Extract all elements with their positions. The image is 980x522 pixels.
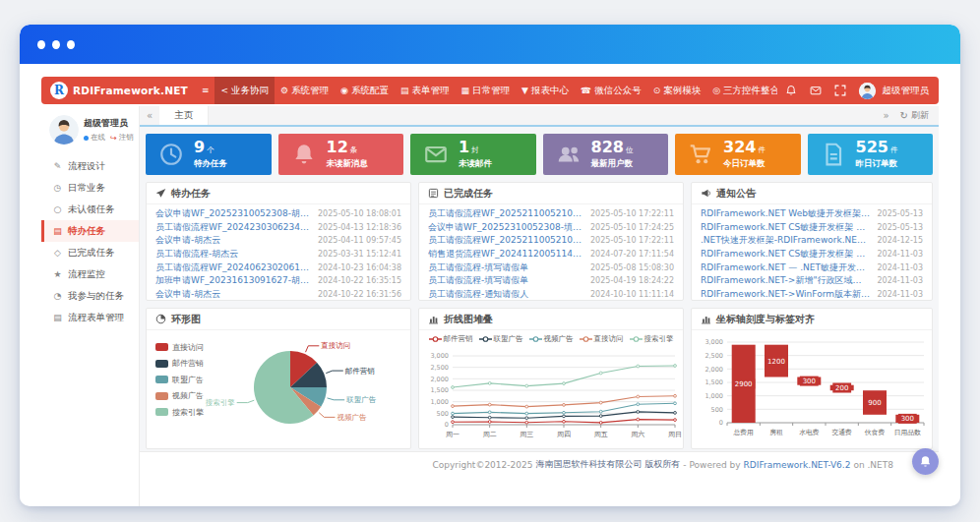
legend-item-搜索引擎[interactable]: 搜索引擎 xyxy=(630,334,674,344)
stat-unit: 封 xyxy=(471,145,479,155)
item-time: 2024-10-22 16:35:15 xyxy=(318,276,401,285)
legend-item-视频广告[interactable]: 视频广告 xyxy=(529,334,574,344)
svg-text:1,500: 1,500 xyxy=(430,386,449,394)
user-avatar-large[interactable] xyxy=(49,115,79,145)
svg-text:500: 500 xyxy=(437,410,449,418)
svg-text:2,500: 2,500 xyxy=(430,364,449,372)
nav-item-label: 日常管理 xyxy=(472,85,510,97)
svg-text:搜索引擎: 搜索引擎 xyxy=(206,398,236,407)
svg-text:3,000: 3,000 xyxy=(704,338,723,346)
nav-item-系统配置[interactable]: ◉系统配置 xyxy=(335,77,395,104)
item-time: 2025-04-11 09:57:45 xyxy=(318,236,401,245)
nav-item-微信公众号[interactable]: ☎微信公众号 xyxy=(575,77,647,104)
sidebar: 超级管理员 在线 ↪ 注销 ✎流程设计◷日常业务○未认领任务▤特办任务◇已完成任… xyxy=(41,106,140,506)
sidebar-item-流程设计[interactable]: ✎流程设计 xyxy=(41,155,139,177)
sidebar-item-label: 未认领任务 xyxy=(68,203,115,216)
logout-link[interactable]: 注销 xyxy=(119,133,134,143)
copyright-text: Copyright©2012-2025 xyxy=(432,460,532,470)
legend-item-直接访问[interactable]: 直接访问 xyxy=(580,334,624,344)
stat-text: 9个特办任务 xyxy=(194,140,227,170)
sidebar-item-流程监控[interactable]: ★流程监控 xyxy=(41,263,139,285)
fullscreen-icon[interactable] xyxy=(834,85,846,96)
panel-header: 环形图 xyxy=(147,309,410,330)
user-avatar[interactable] xyxy=(859,83,876,99)
brand-text: RDIFramework.NET xyxy=(73,85,188,96)
nav-item-日常管理[interactable]: ▦日常管理 xyxy=(455,77,516,104)
item-link[interactable]: 会议申请WF_20252310052308-胡杰云 xyxy=(155,207,311,220)
sidebar-item-我参与的任务[interactable]: ◔我参与的任务 xyxy=(41,285,139,307)
item-link[interactable]: 加班申请WF_20231613091627-胡杰云 xyxy=(155,274,311,287)
tabs-scroll-right-icon[interactable]: » xyxy=(876,106,895,125)
company-link[interactable]: 海南国思软件科技有限公司 版权所有 xyxy=(535,458,680,471)
stat-card-今日订单数[interactable]: 324件今日订单数 xyxy=(675,134,801,175)
item-link[interactable]: 员工请假流程WF_20252110052105-通知请假人 xyxy=(428,207,583,220)
item-link[interactable]: 员工请假流程-通知请假人 xyxy=(428,288,583,300)
stat-card-昨日订单数[interactable]: 525件昨日订单数 xyxy=(808,134,934,175)
item-link[interactable]: 销售退货流程WF_20241120051149-销售退货单 xyxy=(428,248,583,261)
stat-label: 特办任务 xyxy=(194,158,227,170)
nav-item-系统管理[interactable]: ⚙系统管理 xyxy=(275,77,335,104)
legend-item-联盟广告[interactable]: 联盟广告 xyxy=(479,334,523,344)
svg-text:联盟广告: 联盟广告 xyxy=(345,395,377,404)
stat-card-最新用户数[interactable]: 828位最新用户数 xyxy=(543,134,669,175)
line-chart: 邮件营销联盟广告视频广告直接访问搜索引擎05001,0001,5002,0002… xyxy=(419,330,683,448)
window-dot[interactable] xyxy=(67,40,75,49)
item-link[interactable]: 员工请假流程-胡杰云 xyxy=(155,248,311,261)
sidebar-user-card: 超级管理员 在线 ↪ 注销 xyxy=(41,106,139,151)
bell-icon[interactable] xyxy=(785,85,797,96)
nav-item-报表中心[interactable]: ▼报表中心 xyxy=(516,77,575,104)
sidebar-item-已完成任务[interactable]: ◇已完成任务 xyxy=(41,242,139,263)
item-time: 2024-11-03 xyxy=(878,250,924,259)
nav-item-三方控件整合[interactable]: ◎三方控件整合 xyxy=(706,77,776,104)
design-icon: ✎ xyxy=(52,161,63,171)
stats-row: 9个特办任务12条未读新消息1封未读邮件828位最新用户数324件今日订单数52… xyxy=(146,134,933,175)
tab-spacer xyxy=(209,106,876,125)
bell-icon xyxy=(291,142,317,167)
nav-item-表单管理[interactable]: ▤表单管理 xyxy=(395,77,456,104)
legend-item-邮件营销[interactable]: 邮件营销 xyxy=(429,334,473,344)
user-name[interactable]: 超级管理员 xyxy=(883,85,930,97)
item-link[interactable]: 会议申请-胡杰云 xyxy=(155,288,311,300)
list-item: 会议申请WF_20252310052308-胡杰云2025-05-10 18:0… xyxy=(155,207,401,221)
stat-card-未读邮件[interactable]: 1封未读邮件 xyxy=(410,134,536,175)
item-link[interactable]: 员工请假流程WF_20240623020613-胡杰云 xyxy=(155,261,311,274)
item-link[interactable]: RDIFramework.NET->WinForm版本新增新的角... xyxy=(701,288,871,300)
window-dot[interactable] xyxy=(52,40,60,49)
sidebar-item-未认领任务[interactable]: ○未认领任务 xyxy=(41,199,139,220)
stat-card-未读新消息[interactable]: 12条未读新消息 xyxy=(278,134,404,175)
item-link[interactable]: 员工请假流程-填写请假单 xyxy=(428,274,583,287)
item-link[interactable]: RDIFramework.NET — .NET敏捷开发框架全新发... xyxy=(701,261,871,274)
refresh-icon: ↻ xyxy=(900,110,908,121)
item-link[interactable]: .NET快速开发框架-RDIFramework.NET 全新Ea... xyxy=(701,234,871,247)
item-time: 2024-10-10 11:11:14 xyxy=(590,290,674,299)
item-link[interactable]: 员工请假流程-填写请假单 xyxy=(428,261,583,274)
refresh-button[interactable]: ↻ 刷新 xyxy=(896,106,939,125)
envelope-icon[interactable] xyxy=(810,85,822,96)
framework-link[interactable]: RDIFramework.NET-V6.2 xyxy=(744,460,851,470)
tab-home[interactable]: 主页 xyxy=(159,106,209,125)
tabs-scroll-left-icon[interactable]: « xyxy=(140,106,159,125)
nav-item-案例模块[interactable]: ⊙案例模块 xyxy=(647,77,707,104)
bars-icon: ≡ xyxy=(202,86,210,95)
item-link[interactable]: RDIFramework.NET CS敏捷开发框架 V6.0发布... xyxy=(701,248,871,261)
item-link[interactable]: 员工请假流程WF_20242303062348-胡杰云 xyxy=(155,221,311,234)
item-link[interactable]: 员工请假流程WF_20252110052105-填写请假单 xyxy=(428,234,583,247)
nav-item-menu[interactable]: ≡ xyxy=(196,77,215,104)
sidebar-item-日常业务[interactable]: ◷日常业务 xyxy=(41,177,139,199)
svg-text:视频广告: 视频广告 xyxy=(337,413,368,422)
list-item: RDIFramework.NET — .NET敏捷开发框架全新发...2024-… xyxy=(701,261,923,274)
item-link[interactable]: 会议申请WF_20252310052308-填写会议申请 xyxy=(428,221,583,234)
sidebar-item-流程表单管理[interactable]: ▤流程表单管理 xyxy=(41,307,139,328)
item-link[interactable]: RDIFramework.NET Web敏捷开发框架 V6.1发... xyxy=(701,207,871,220)
item-link[interactable]: 会议申请-胡杰云 xyxy=(155,234,311,247)
window-dot[interactable] xyxy=(37,40,45,49)
stat-card-特办任务[interactable]: 9个特办任务 xyxy=(146,134,272,175)
sidebar-item-特办任务[interactable]: ▤特办任务 xyxy=(41,220,139,242)
part-icon: ◔ xyxy=(52,291,63,301)
nav-item-业务协同[interactable]: <业务协同 xyxy=(214,77,275,104)
notification-float-button[interactable] xyxy=(912,448,939,475)
brand[interactable]: R RDIFramework.NET xyxy=(41,82,196,99)
refresh-label: 刷新 xyxy=(911,109,929,122)
item-link[interactable]: RDIFramework.NET->新增"行政区域管理"，同时大... xyxy=(701,274,871,287)
item-link[interactable]: RDIFramework.NET CS敏捷开发框架 V6.1发布... xyxy=(701,221,871,234)
